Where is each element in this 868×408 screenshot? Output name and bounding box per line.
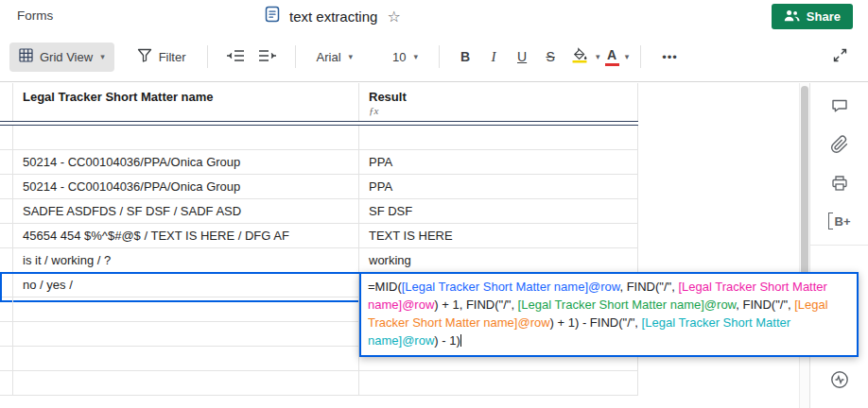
text-cursor <box>460 334 461 347</box>
italic-button[interactable]: I <box>479 42 508 71</box>
row-handle[interactable] <box>0 126 13 150</box>
proofs-button[interactable] <box>828 172 851 197</box>
brandfolder-button[interactable]: B+ <box>826 211 853 231</box>
printer-icon <box>830 174 849 196</box>
sheet-document-icon <box>263 5 282 27</box>
conversations-button[interactable] <box>828 94 851 120</box>
activity-log-button[interactable] <box>827 367 852 395</box>
filter-label: Filter <box>159 50 186 64</box>
smartsheet-window: Forms text extracting ☆ Share Grid View … <box>0 0 868 408</box>
right-panel-rail: B+ <box>809 83 868 408</box>
font-family-select[interactable]: Arial ▾ <box>307 42 363 72</box>
cell-matter-name[interactable]: no / yes / <box>13 273 359 298</box>
attachments-button[interactable] <box>828 133 851 159</box>
font-family-value: Arial <box>317 50 341 64</box>
grid-row: 45654 454 $%^$#@$ / TEXT IS HERE / DFG A… <box>0 224 799 248</box>
vertical-scrollbar[interactable] <box>799 83 809 408</box>
favorite-star-icon[interactable]: ☆ <box>387 8 400 26</box>
text-color-bar <box>605 63 619 66</box>
toolbar-separator <box>207 45 208 68</box>
cell-matter-name[interactable] <box>13 322 359 347</box>
cell-matter-name[interactable]: is it / working / ? <box>13 248 359 273</box>
grid-view-button[interactable]: Grid View ▾ <box>9 42 114 72</box>
underline-button[interactable]: U <box>508 42 536 71</box>
formula-segment: ) + 1, FIND("/", <box>434 298 517 312</box>
toolbar-separator <box>439 45 440 68</box>
text-color-button[interactable]: A <box>600 45 624 69</box>
cell-matter-name[interactable]: 50214 - CC00104036/PPA/Onica Group <box>13 175 359 199</box>
text-color-caret[interactable]: ▾ <box>625 52 630 61</box>
cell-matter-name[interactable] <box>13 298 359 322</box>
cell-result[interactable] <box>359 371 638 396</box>
cell-matter-name[interactable] <box>13 371 359 396</box>
expand-toolbar-button[interactable] <box>825 43 855 70</box>
share-people-icon <box>784 9 800 25</box>
filter-button[interactable]: Filter <box>128 42 196 72</box>
cell-result[interactable]: TEXT IS HERE <box>359 224 638 248</box>
cell-result[interactable]: working <box>359 248 638 273</box>
cell-matter-name[interactable]: 45654 454 $%^$#@$ / TEXT IS HERE / DFG A… <box>13 224 359 248</box>
row-handle[interactable] <box>0 322 13 347</box>
rail-divider <box>810 245 868 246</box>
sheet-title[interactable]: text extracting <box>289 8 377 25</box>
outdent-icon <box>226 49 245 65</box>
strikethrough-button[interactable]: S <box>536 42 564 71</box>
formula-text: =MID([Legal Tracker Short Matter name]@r… <box>368 280 828 348</box>
cell-matter-name[interactable] <box>13 126 359 150</box>
cell-matter-name[interactable] <box>13 347 359 371</box>
formula-segment: ) + 1) - FIND("/", <box>550 315 642 330</box>
formula-segment: [Legal Tracker Short Matter name]@row <box>402 280 620 294</box>
sheet-grid: Legal Tracker Short Matter name Result ƒ… <box>0 83 799 408</box>
grid-row <box>0 126 799 150</box>
indent-button[interactable] <box>252 45 284 69</box>
share-button[interactable]: Share <box>772 4 853 29</box>
fill-color-icon <box>571 47 588 66</box>
brandfolder-bracket <box>828 212 833 230</box>
row-handle[interactable] <box>0 224 13 248</box>
cell-matter-name[interactable]: SADFE ASDFDS / SF DSF / SADF ASD <box>13 199 359 224</box>
indent-icon <box>258 49 277 65</box>
chevron-down-icon: ▾ <box>100 52 105 61</box>
row-handle[interactable] <box>0 199 13 224</box>
cell-matter-name[interactable]: 50214 - CC00104036/PPA/Onica Group <box>13 150 359 175</box>
formula-segment: [Legal Tracker Short Matter name]@row <box>518 298 737 312</box>
row-handle[interactable] <box>0 175 13 199</box>
row-handle[interactable] <box>0 298 13 322</box>
chevron-down-icon: ▾ <box>349 52 354 61</box>
row-handle[interactable] <box>0 248 13 273</box>
cell-result[interactable]: PPA <box>359 150 638 175</box>
formula-segment: =MID( <box>368 280 402 294</box>
filter-funnel-icon <box>137 48 152 65</box>
comment-bubble-icon <box>830 96 849 118</box>
grid-row: is it / working / ?working <box>0 248 799 273</box>
fill-color-caret[interactable]: ▾ <box>596 52 600 61</box>
bold-button[interactable]: B <box>451 42 479 71</box>
text-color-letter: A <box>607 48 616 61</box>
formula-segment: , FIND("/", <box>619 280 678 294</box>
toolbar: Grid View ▾ Filter Arial ▾ 10 <box>0 32 868 82</box>
outdent-button[interactable] <box>219 45 252 69</box>
cell-result[interactable]: SF DSF <box>359 199 638 224</box>
grid-row: SADFE ASDFDS / SF DSF / SADF ASDSF DSF <box>0 199 799 224</box>
column-header-matter-name[interactable]: Legal Tracker Short Matter name <box>13 83 359 121</box>
grid-view-label: Grid View <box>40 50 93 64</box>
grid-row: 50214 - CC00104036/PPA/Onica GroupPPA <box>0 175 799 199</box>
fill-color-button[interactable] <box>564 43 595 70</box>
formula-segment: ) - 1) <box>434 333 460 348</box>
grid-row <box>0 371 799 396</box>
cell-result[interactable] <box>359 126 638 150</box>
header-gutter <box>0 83 13 121</box>
cell-result[interactable]: PPA <box>359 175 638 199</box>
topbar: Forms text extracting ☆ Share <box>0 0 868 32</box>
column-header-label: Legal Tracker Short Matter name <box>23 90 349 104</box>
font-size-select[interactable]: 10 ▾ <box>383 42 427 72</box>
column-header-result[interactable]: Result ƒx <box>359 83 638 121</box>
more-options-button[interactable]: ••• <box>652 42 687 72</box>
row-handle[interactable] <box>0 371 13 396</box>
row-handle[interactable] <box>0 150 13 175</box>
menu-forms[interactable]: Forms <box>17 0 53 32</box>
formula-editor-popup[interactable]: =MID([Legal Tracker Short Matter name]@r… <box>359 272 859 357</box>
row-handle[interactable] <box>0 273 13 298</box>
row-handle[interactable] <box>0 347 13 371</box>
toolbar-separator <box>640 45 641 68</box>
